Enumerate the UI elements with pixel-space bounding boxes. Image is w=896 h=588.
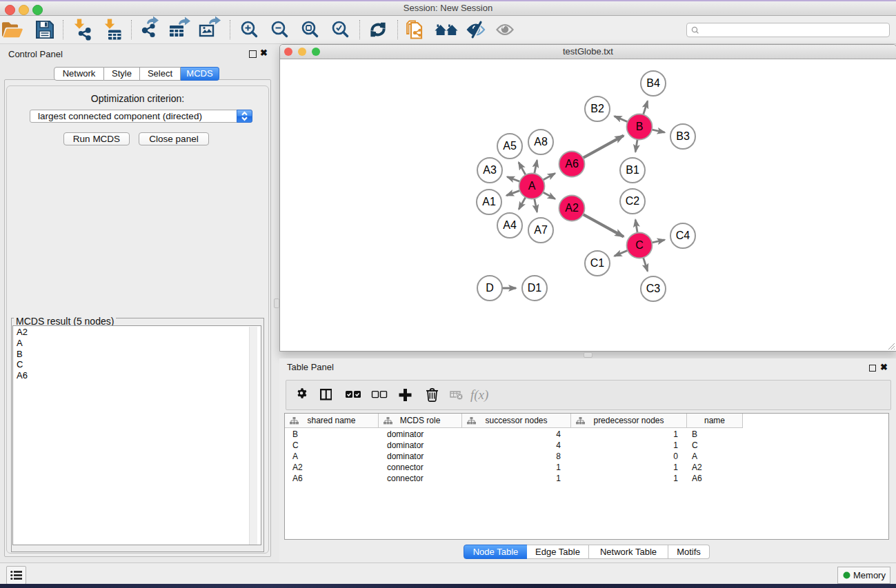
svg-text:A4: A4 — [503, 219, 517, 231]
svg-text:C4: C4 — [676, 230, 690, 241]
svg-text:A5: A5 — [503, 140, 517, 152]
svg-text:C1: C1 — [590, 257, 605, 269]
svg-text:C3: C3 — [646, 283, 661, 294]
svg-text:B2: B2 — [590, 103, 604, 114]
svg-text:f(x): f(x) — [470, 387, 488, 403]
svg-text:A6: A6 — [565, 158, 579, 170]
svg-text:D: D — [486, 282, 494, 294]
svg-text:C: C — [635, 239, 644, 251]
svg-text:A7: A7 — [534, 224, 548, 236]
svg-text:B1: B1 — [626, 164, 639, 176]
svg-text:A2: A2 — [565, 202, 579, 214]
svg-text:B4: B4 — [646, 77, 660, 89]
svg-text:C2: C2 — [626, 195, 640, 207]
svg-text:A3: A3 — [483, 164, 497, 176]
svg-text:B3: B3 — [676, 130, 690, 142]
svg-text:A: A — [528, 180, 536, 192]
svg-text:B: B — [636, 121, 644, 132]
svg-text:A1: A1 — [482, 196, 496, 207]
svg-text:A8: A8 — [534, 136, 548, 148]
svg-text:D1: D1 — [528, 282, 542, 294]
